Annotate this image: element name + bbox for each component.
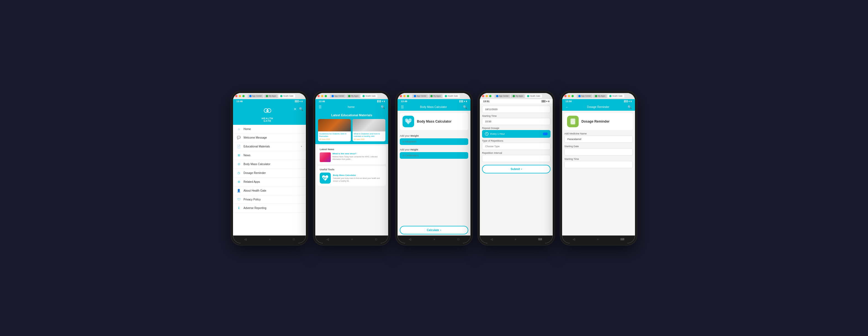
toggle-on-indicator[interactable] [543, 132, 548, 135]
dot-yellow-5[interactable] [568, 95, 570, 97]
home-btn-4[interactable]: ○ [515, 238, 516, 241]
dot-green-2[interactable] [325, 95, 327, 97]
home-btn-2[interactable]: ○ [351, 238, 353, 241]
dot-red-5[interactable] [564, 95, 566, 97]
sidebar-item-adverse[interactable]: ℹ Adverse Reporting [233, 204, 306, 213]
recent-btn-5[interactable]: ⌨ [620, 238, 624, 241]
health-gate-icon-1 [280, 95, 282, 97]
height-input[interactable] [400, 152, 468, 159]
home-btn-5[interactable]: ○ [597, 238, 598, 241]
edu-card-1[interactable]: Guidelines for Diabetic Diet in Ramadan.… [318, 119, 351, 142]
dot-red-3[interactable] [400, 95, 402, 97]
tab-my-apps-2[interactable]: My Apps [346, 94, 360, 98]
back-btn-1[interactable]: ◁ [244, 238, 247, 241]
start-time-input[interactable] [564, 161, 633, 168]
tab-app-center-4[interactable]: App Center [494, 94, 510, 98]
recent-btn-4[interactable]: ⌨ [538, 238, 542, 241]
bottom-nav-5: ◁ ○ ⌨ [562, 236, 635, 243]
recent-btn-2[interactable]: □ [375, 238, 377, 241]
tool-info-1: Body Mass Calculator Calculate your body… [333, 174, 384, 182]
sidebar-item-home[interactable]: ⌂ Home [233, 125, 306, 133]
recent-btn-3[interactable]: □ [458, 238, 459, 241]
dot-green-5[interactable] [571, 95, 574, 97]
sidebar-item-bmc[interactable]: ⊙ Body Mass Calculator [233, 160, 306, 169]
home-content: Latest Educational Materials Guidelines … [315, 111, 388, 236]
type-input[interactable] [482, 143, 551, 150]
tab-health-gate-2[interactable]: Health Gate [361, 94, 377, 98]
sidebar-item-welcome[interactable]: 💬 Welcome Message [233, 133, 306, 142]
dot-green-1[interactable] [242, 95, 245, 97]
dosage-reminder-form: Add Medicine Name Starting Date Starting… [562, 132, 635, 236]
dot-red-4[interactable] [482, 95, 484, 97]
news-item-1[interactable]: What is the new virus? Medical News Toda… [320, 152, 384, 162]
back-btn-3[interactable]: ◁ [409, 238, 411, 241]
sidebar-item-dosage[interactable]: ◷ Dosage Reminder [233, 169, 306, 178]
tab-app-center-2[interactable]: App Center [330, 94, 346, 98]
tab-health-gate-label-3: Health Gate [447, 95, 458, 97]
title-bar-tabs-3: App Center My Apps Health Gate [412, 94, 460, 98]
phone-inner-3: App Center My Apps Health Gate 13:49 [398, 93, 470, 243]
tab-label-2a: App Center [334, 95, 344, 97]
back-icon-5[interactable]: ← [565, 105, 569, 109]
dr-app-title: Dosage Reminder [582, 120, 610, 123]
sidebar-item-news[interactable]: ⊞ News [233, 151, 306, 160]
battery-icon-5: ▮ [630, 100, 632, 102]
sidebar-item-privacy[interactable]: 🛡 Privacy Policy [233, 195, 306, 204]
repeat-toggle-row[interactable]: Every 1 Hour [482, 130, 551, 138]
tab-app-center-5[interactable]: App Center [577, 94, 592, 98]
dot-red-2[interactable] [317, 95, 320, 97]
back-btn-2[interactable]: ◁ [327, 238, 329, 241]
hamburger-icon-3[interactable]: ☰ [401, 105, 404, 109]
medicine-input[interactable] [564, 135, 633, 143]
date-input[interactable] [482, 106, 551, 113]
tab-app-center-1[interactable]: App Center [248, 94, 264, 98]
tab-my-apps-4[interactable]: My Apps [511, 94, 525, 98]
back-btn-4[interactable]: ◁ [491, 238, 493, 241]
back-btn-5[interactable]: ◁ [573, 238, 575, 241]
close-icon[interactable]: ✕ [293, 107, 297, 111]
tab-app-center-3[interactable]: App Center [412, 94, 428, 98]
home-btn-1[interactable]: ○ [269, 238, 271, 241]
search-icon-3[interactable]: 🔍 [463, 105, 467, 109]
dot-yellow-4[interactable] [486, 95, 488, 97]
dot-yellow-2[interactable] [321, 95, 323, 97]
dot-yellow-3[interactable] [403, 95, 406, 97]
tab-health-gate-1[interactable]: Health Gate [279, 94, 295, 98]
edu-card-2[interactable]: What is Diabetes and how to maintain a h… [352, 119, 385, 142]
tab-health-gate-3[interactable]: Health Gate [443, 94, 459, 98]
tool-item-1[interactable]: Body Mass Calculator Calculate your body… [320, 173, 384, 184]
search-icon-1[interactable]: 🔍 [299, 107, 303, 111]
tab-health-gate-5[interactable]: Health Gate [608, 94, 624, 98]
dot-green-4[interactable] [489, 95, 491, 97]
sidebar-item-about[interactable]: 👤 About Health Gate [233, 186, 306, 195]
tab-health-gate-4[interactable]: Health Gate [525, 94, 542, 98]
submit-button[interactable]: Submit › [482, 165, 551, 173]
clock-icon: ◷ [237, 171, 241, 175]
sidebar-item-educational[interactable]: 📄 Educational Materials ▾ [233, 142, 306, 151]
bottom-nav-4: ◁ ○ ⌨ [480, 236, 553, 243]
dot-red-1[interactable] [235, 95, 238, 97]
recent-btn-1[interactable]: □ [293, 238, 294, 241]
dot-green-3[interactable] [407, 95, 409, 97]
start-date-input[interactable] [564, 148, 633, 155]
grid-icon: ⊞ [237, 153, 241, 157]
height-bold-text: Height [410, 148, 418, 151]
tool-icon-box-1 [320, 173, 331, 184]
sidebar-item-related[interactable]: ⊛ Related Apps [233, 178, 306, 186]
interval-input[interactable] [482, 155, 551, 162]
search-icon-2[interactable]: 🔍 [381, 105, 385, 109]
home-btn-3[interactable]: ○ [433, 238, 435, 241]
calculate-button[interactable]: Calculate › [400, 226, 468, 235]
hamburger-icon[interactable]: ☰ [319, 105, 322, 109]
weight-input[interactable] [400, 138, 468, 145]
tool-name-1: Body Mass Calculator [333, 174, 384, 176]
dot-yellow-1[interactable] [239, 95, 241, 97]
tab-my-apps-1[interactable]: My Apps [264, 94, 278, 98]
search-icon-5[interactable]: 🔍 [627, 105, 632, 109]
svg-rect-6 [572, 119, 574, 120]
info-icon: ℹ [237, 206, 241, 210]
signal-icon-2: ▐▐▐ [377, 100, 381, 102]
starting-time-input[interactable] [482, 118, 551, 125]
tab-my-apps-5[interactable]: My Apps [593, 94, 607, 98]
tab-my-apps-3[interactable]: My Apps [429, 94, 442, 98]
